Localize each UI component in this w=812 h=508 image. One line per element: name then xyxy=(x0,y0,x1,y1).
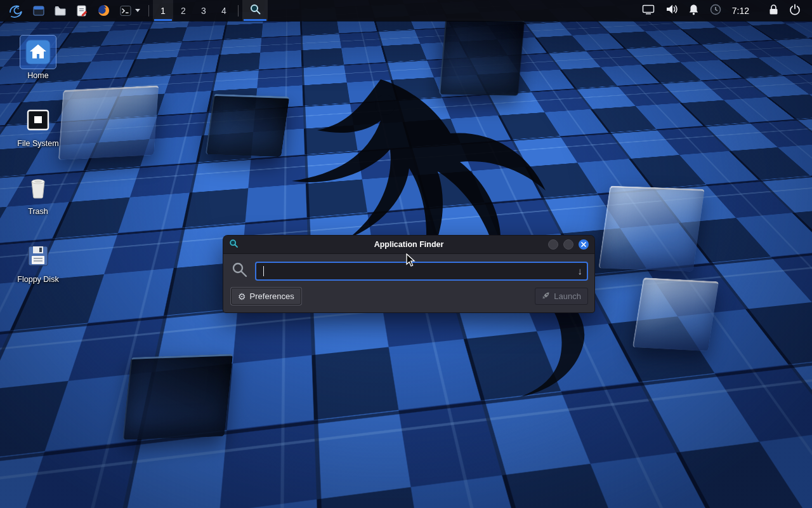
desktop-icon-label: Home xyxy=(6,71,70,80)
launch-button[interactable]: Launch xyxy=(535,288,588,305)
volume-icon[interactable] xyxy=(665,4,678,17)
trash-icon xyxy=(20,171,56,204)
notifications-bell-icon[interactable] xyxy=(688,4,699,18)
launcher-files-window[interactable] xyxy=(28,0,49,21)
magnifier-icon xyxy=(249,3,261,18)
launcher-terminal[interactable] xyxy=(115,0,134,21)
desktop-icon-label: Floppy Disk xyxy=(6,275,70,284)
desktop-icon-home[interactable]: Home xyxy=(6,36,70,80)
firefox-icon xyxy=(97,4,110,17)
terminal-dropdown-button[interactable] xyxy=(134,0,145,21)
text-caret xyxy=(263,266,264,276)
system-tray: 7:12 xyxy=(642,4,808,18)
kali-logo-icon xyxy=(8,3,23,18)
tray-status-icon[interactable] xyxy=(710,4,721,18)
top-panel: 1 2 3 4 xyxy=(0,0,812,21)
workspace-button-4[interactable]: 4 xyxy=(214,0,234,21)
workspace-button-2[interactable]: 2 xyxy=(173,0,193,21)
launcher-file-manager[interactable] xyxy=(49,0,71,21)
launch-icon xyxy=(542,291,550,302)
mouse-cursor xyxy=(405,253,417,267)
workspace-button-3[interactable]: 3 xyxy=(193,0,214,21)
taskbar-application-finder-button[interactable] xyxy=(242,0,268,21)
workspace-label: 2 xyxy=(181,6,186,16)
application-finder-window: Application Finder ↓ xyxy=(223,236,594,312)
expand-dropdown-icon[interactable]: ↓ xyxy=(578,266,583,276)
display-settings-icon[interactable] xyxy=(642,4,655,17)
panel-separator xyxy=(238,5,239,17)
minimize-button[interactable] xyxy=(548,239,558,250)
preferences-button[interactable]: ⚙ Preferences xyxy=(231,288,301,305)
power-logout-icon[interactable] xyxy=(789,4,801,18)
maximize-button[interactable] xyxy=(563,239,573,250)
drive-icon xyxy=(20,104,56,137)
panel-separator xyxy=(148,5,149,17)
floppy-disk-icon xyxy=(20,239,56,272)
applications-menu-button[interactable] xyxy=(4,0,28,21)
home-icon xyxy=(20,36,56,69)
clock[interactable]: 7:12 xyxy=(732,6,749,16)
gear-icon: ⚙ xyxy=(238,292,246,301)
launcher-text-editor[interactable] xyxy=(71,0,93,21)
window-icon xyxy=(32,4,45,17)
desktop-icon-label: Trash xyxy=(6,207,70,216)
workspace-label: 4 xyxy=(221,6,226,16)
chevron-down-icon xyxy=(135,9,140,12)
close-button[interactable] xyxy=(579,239,589,250)
app-finder-window-icon xyxy=(229,239,239,251)
folder-icon xyxy=(54,4,67,17)
preferences-label: Preferences xyxy=(250,291,294,301)
close-icon xyxy=(581,242,586,247)
screen-lock-icon[interactable] xyxy=(769,4,778,18)
desktop-icon-trash[interactable]: Trash xyxy=(6,171,70,216)
launch-label: Launch xyxy=(554,291,581,301)
window-title: Application Finder xyxy=(223,240,594,249)
desktop-icon-label: File System xyxy=(6,139,70,148)
terminal-icon xyxy=(119,4,132,17)
search-input[interactable] xyxy=(255,262,588,281)
search-icon xyxy=(231,261,248,281)
workspace-button-1[interactable]: 1 xyxy=(153,0,173,21)
desktop-icon-floppy-disk[interactable]: Floppy Disk xyxy=(6,239,70,284)
titlebar[interactable]: Application Finder xyxy=(223,236,594,254)
workspace-label: 1 xyxy=(160,6,166,16)
workspace-label: 3 xyxy=(201,6,206,16)
desktop-icon-file-system[interactable]: File System xyxy=(6,104,70,148)
document-edit-icon xyxy=(75,4,88,17)
launcher-firefox[interactable] xyxy=(93,0,115,21)
